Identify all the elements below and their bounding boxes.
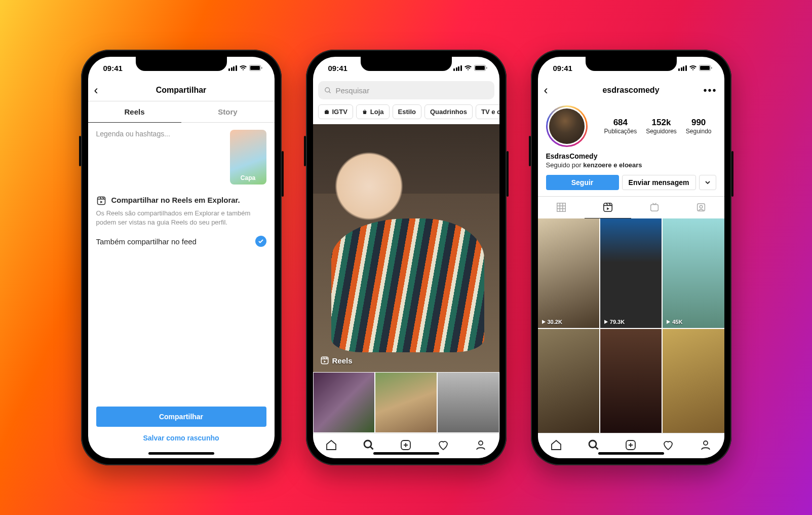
followed-by-text: Seguido por kenzoere e eloears xyxy=(546,161,716,169)
tab-story[interactable]: Story xyxy=(181,101,275,123)
wifi-icon xyxy=(689,65,697,71)
home-indicator[interactable] xyxy=(373,452,439,455)
reels-grid: 30.2K 79.3K 45K xyxy=(538,218,724,433)
svg-rect-14 xyxy=(700,66,710,70)
battery-icon xyxy=(699,65,712,71)
back-chevron-icon[interactable]: ‹ xyxy=(94,83,98,97)
explore-thumb-row xyxy=(313,372,499,433)
svg-rect-5 xyxy=(475,66,485,70)
search-input[interactable]: Pesquisar xyxy=(318,81,494,99)
nav-activity-icon[interactable] xyxy=(662,439,674,453)
svg-point-23 xyxy=(704,441,708,445)
status-time: 09:41 xyxy=(103,64,123,72)
profile-tab-reels[interactable] xyxy=(585,197,631,218)
profile-tab-igtv[interactable] xyxy=(631,197,678,218)
reel-item[interactable] xyxy=(663,329,724,433)
also-share-feed-toggle[interactable] xyxy=(255,236,266,247)
category-chip-row[interactable]: IGTV Loja Estilo Quadrinhos TV e cin xyxy=(313,101,499,124)
explore-hero-reel[interactable]: Reels xyxy=(313,124,499,372)
svg-point-7 xyxy=(325,87,329,92)
phone-profile-screen: 09:41 ‹ esdrascomedy ••• 684 Publicaçõe xyxy=(531,50,731,465)
reel-item[interactable] xyxy=(600,329,662,433)
svg-rect-6 xyxy=(486,67,487,69)
signal-icon xyxy=(678,65,687,71)
svg-rect-15 xyxy=(711,67,712,69)
follow-button[interactable]: Seguir xyxy=(546,175,619,190)
svg-point-12 xyxy=(479,441,483,445)
header-title: Compartilhar xyxy=(156,86,207,95)
nav-create-icon[interactable] xyxy=(400,439,412,453)
explore-thumb[interactable] xyxy=(313,372,375,433)
more-options-icon[interactable]: ••• xyxy=(703,85,717,96)
chevron-down-icon xyxy=(705,179,711,186)
reel-item[interactable]: 30.2K xyxy=(538,218,599,328)
reels-icon xyxy=(96,196,106,206)
svg-rect-16 xyxy=(557,203,565,212)
nav-profile-icon[interactable] xyxy=(475,439,487,453)
svg-point-21 xyxy=(589,440,596,448)
nav-activity-icon[interactable] xyxy=(437,439,449,453)
status-time: 09:41 xyxy=(553,64,572,72)
stat-posts[interactable]: 684 Publicações xyxy=(604,118,637,135)
chip-tv[interactable]: TV e cin xyxy=(476,104,499,119)
message-button[interactable]: Enviar mensagem xyxy=(622,175,696,190)
svg-rect-3 xyxy=(97,197,105,205)
status-time: 09:41 xyxy=(328,64,347,72)
svg-point-10 xyxy=(364,440,371,448)
nav-home-icon[interactable] xyxy=(325,439,337,453)
stat-followers[interactable]: 152k Seguidores xyxy=(646,118,677,135)
home-indicator[interactable] xyxy=(598,452,664,455)
profile-tab-grid[interactable] xyxy=(538,197,585,218)
phone-share-screen: 09:41 ‹ Compartilhar Reels Story Legenda… xyxy=(81,50,282,465)
share-button[interactable]: Compartilhar xyxy=(96,407,266,427)
signal-icon xyxy=(453,65,462,71)
grid-icon xyxy=(556,202,567,213)
reel-item[interactable]: 45K xyxy=(663,218,724,328)
nav-profile-icon[interactable] xyxy=(700,439,712,453)
nav-create-icon[interactable] xyxy=(625,439,637,453)
explore-thumb[interactable] xyxy=(437,372,499,433)
wifi-icon xyxy=(239,65,247,71)
battery-icon xyxy=(474,65,487,71)
svg-rect-2 xyxy=(261,67,262,69)
profile-header: ‹ esdrascomedy ••• xyxy=(538,79,724,101)
save-draft-button[interactable]: Salvar como rascunho xyxy=(96,427,266,444)
back-chevron-icon[interactable]: ‹ xyxy=(544,83,548,97)
chip-shop[interactable]: Loja xyxy=(356,104,390,119)
explore-thumb[interactable] xyxy=(375,372,437,433)
igtv-icon xyxy=(324,109,330,115)
tab-reels[interactable]: Reels xyxy=(88,101,181,123)
phone-explore-screen: 09:41 Pesquisar IGTV Loja Estilo xyxy=(306,50,507,465)
cover-thumbnail[interactable]: Capa xyxy=(230,130,266,185)
search-placeholder: Pesquisar xyxy=(336,86,370,95)
igtv-icon xyxy=(649,202,660,213)
nav-search-icon[interactable] xyxy=(588,439,600,453)
svg-rect-1 xyxy=(250,66,260,70)
profile-avatar[interactable] xyxy=(546,105,588,147)
profile-display-name: EsdrasComedy xyxy=(546,152,716,160)
home-indicator[interactable] xyxy=(148,452,214,455)
svg-rect-18 xyxy=(650,205,658,211)
svg-point-20 xyxy=(700,205,703,208)
nav-home-icon[interactable] xyxy=(550,439,562,453)
cover-label: Capa xyxy=(241,174,255,181)
chip-style[interactable]: Estilo xyxy=(393,104,421,119)
play-icon xyxy=(666,319,671,324)
search-icon xyxy=(324,87,332,94)
chip-igtv[interactable]: IGTV xyxy=(318,104,353,119)
svg-rect-17 xyxy=(603,203,612,212)
reel-item[interactable]: 79.3K xyxy=(600,218,662,328)
nav-search-icon[interactable] xyxy=(363,439,375,453)
chip-comics[interactable]: Quadrinhos xyxy=(424,104,473,119)
tagged-icon xyxy=(695,202,707,213)
shop-icon xyxy=(362,109,368,115)
caption-input[interactable]: Legenda ou hashtags... xyxy=(96,130,225,185)
stat-following[interactable]: 990 Seguindo xyxy=(686,118,712,135)
profile-username: esdrascomedy xyxy=(602,86,659,95)
suggested-users-toggle[interactable] xyxy=(699,175,716,190)
battery-icon xyxy=(249,65,262,71)
share-explore-desc: Os Reels são compartilhados em Explorar … xyxy=(96,209,266,227)
profile-tab-tagged[interactable] xyxy=(678,197,724,218)
wifi-icon xyxy=(464,65,472,71)
reel-item[interactable] xyxy=(538,329,599,433)
